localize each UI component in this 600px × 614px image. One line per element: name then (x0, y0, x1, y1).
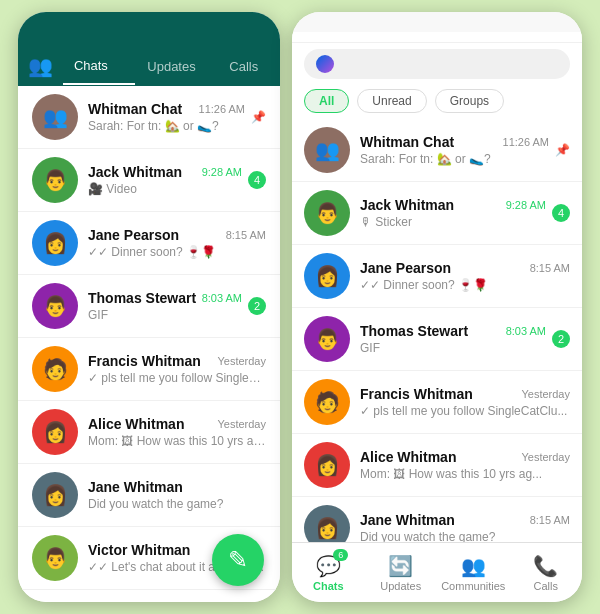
chat-item[interactable]: 🧑Francis WhitmanYesterday✓ pls tell me y… (18, 338, 280, 401)
avatar: 🧑 (32, 346, 78, 392)
right-phone: AllUnreadGroups 👥Whitman Chat11:26 AMSar… (292, 12, 582, 602)
chat-item[interactable]: 🧑Francis WhitmanYesterday✓ pls tell me y… (292, 371, 582, 434)
chat-name: Jack Whitman (88, 164, 182, 180)
chat-time: 8:15 AM (530, 514, 570, 526)
status-bar-right (292, 12, 582, 32)
tab-chats[interactable]: Chats (63, 48, 135, 85)
nav-item-calls[interactable]: 📞Calls (510, 543, 583, 602)
chat-preview: ✓ pls tell me you follow SingleCatClu... (360, 404, 570, 418)
chat-preview: GIF (88, 308, 242, 322)
chat-time: Yesterday (521, 388, 570, 400)
nav-label: Calls (534, 580, 558, 592)
unread-badge: 2 (248, 297, 266, 315)
chat-item[interactable]: 👩Jane WhitmanDid you watch the game? (18, 464, 280, 527)
chat-time: 11:26 AM (503, 136, 549, 148)
chat-name: Alice Whitman (88, 416, 184, 432)
filter-tabs: AllUnreadGroups (292, 85, 582, 119)
chat-item[interactable]: 👨Jack Whitman9:28 AM🎙 Sticker4 (292, 182, 582, 245)
chat-name: Victor Whitman (88, 542, 190, 558)
tab-calls[interactable]: Calls (208, 49, 280, 84)
chat-name: Whitman Chat (88, 101, 182, 117)
chat-preview: Mom: 🖼 How was this 10 yrs ag... (360, 467, 570, 481)
chat-preview: Did you watch the game? (360, 530, 570, 542)
pin-icon: 📌 (251, 110, 266, 124)
community-icon[interactable]: 👥 (18, 46, 63, 86)
chat-item[interactable]: 👩Alice WhitmanYesterdayMom: 🖼 How was th… (18, 401, 280, 464)
nav-item-chats[interactable]: 6💬Chats (292, 543, 365, 602)
chat-item[interactable]: 👨Jack Whitman9:28 AM🎥 Video4 (18, 149, 280, 212)
chat-name: Jane Whitman (88, 479, 183, 495)
nav-label: Updates (380, 580, 421, 592)
chat-preview: 🎥 Video (88, 182, 242, 196)
chat-item[interactable]: 👩Jane Whitman8:15 AMDid you watch the ga… (292, 497, 582, 542)
status-bar-left (18, 12, 280, 32)
nav-icon-calls: 📞 (533, 554, 558, 578)
chat-time: 11:26 AM (199, 103, 245, 115)
chat-item[interactable]: 👨Thomas Stewart8:03 AMGIF2 (292, 308, 582, 371)
nav-icon-updates: 🔄 (388, 554, 413, 578)
chat-preview: 🎙 Sticker (360, 215, 546, 229)
chat-time: 9:28 AM (202, 166, 242, 178)
chat-name: Alice Whitman (360, 449, 456, 465)
avatar: 🧑 (304, 379, 350, 425)
chat-item[interactable]: 👩Jane Pearson8:15 AM✓✓ Dinner soon? 🍷🌹 (18, 212, 280, 275)
avatar: 👩 (304, 505, 350, 542)
nav-item-communities[interactable]: 👥Communities (437, 543, 510, 602)
chat-preview: Sarah: For tn: 🏡 or 🥿? (88, 119, 245, 133)
chat-preview: Mom: 🖼 How was this 10 yrs ago?? (88, 434, 266, 448)
chat-list-right: 👥Whitman Chat11:26 AMSarah: For tn: 🏡 or… (292, 119, 582, 542)
nav-icon-communities: 👥 (461, 554, 486, 578)
chat-time: 9:28 AM (506, 199, 546, 211)
avatar: 👩 (32, 220, 78, 266)
bottom-nav: 6💬Chats🔄Updates👥Communities📞Calls (292, 542, 582, 602)
avatar: 👨 (32, 157, 78, 203)
chat-name: Jane Pearson (360, 260, 451, 276)
nav-badge: 6 (333, 549, 348, 561)
chat-preview: ✓✓ Dinner soon? 🍷🌹 (88, 245, 266, 259)
search-bar[interactable] (304, 49, 570, 79)
chat-item[interactable]: 👩Alice WhitmanYesterdayMom: 🖼 How was th… (292, 434, 582, 497)
search-input[interactable] (342, 57, 558, 72)
filter-tab-groups[interactable]: Groups (435, 89, 504, 113)
nav-label: Communities (441, 580, 505, 592)
unread-badge: 2 (552, 330, 570, 348)
nav-item-updates[interactable]: 🔄Updates (365, 543, 438, 602)
chat-name: Jack Whitman (360, 197, 454, 213)
chat-name: Francis Whitman (88, 353, 201, 369)
tabs-left: 👥 Chats Updates Calls (18, 46, 280, 86)
chat-preview: Did you watch the game? (88, 497, 266, 511)
header-left (18, 32, 280, 46)
chat-name: Whitman Chat (360, 134, 454, 150)
chat-list-left: 👥Whitman Chat11:26 AMSarah: For tn: 🏡 or… (18, 86, 280, 602)
chat-item[interactable]: 👥Whitman Chat11:26 AMSarah: For tn: 🏡 or… (18, 86, 280, 149)
filter-tab-unread[interactable]: Unread (357, 89, 426, 113)
avatar: 👥 (304, 127, 350, 173)
avatar: 👩 (32, 472, 78, 518)
avatar: 👥 (32, 94, 78, 140)
chat-item[interactable]: 👩Jane Pearson8:15 AM✓✓ Dinner soon? 🍷🌹 (292, 245, 582, 308)
chat-time: Yesterday (521, 451, 570, 463)
chat-item[interactable]: 👥Whitman Chat11:26 AMSarah: For tn: 🏡 or… (292, 119, 582, 182)
chat-name: Francis Whitman (360, 386, 473, 402)
chat-name: Jane Whitman (360, 512, 455, 528)
avatar: 👩 (304, 253, 350, 299)
avatar: 👩 (304, 442, 350, 488)
tab-updates[interactable]: Updates (135, 49, 207, 84)
pin-icon: 📌 (555, 143, 570, 157)
header-right (292, 32, 582, 43)
filter-tab-all[interactable]: All (304, 89, 349, 113)
unread-badge: 4 (552, 204, 570, 222)
chat-name: Jane Pearson (88, 227, 179, 243)
chat-name: Thomas Stewart (360, 323, 468, 339)
chat-time: 8:03 AM (506, 325, 546, 337)
avatar: 👩 (32, 409, 78, 455)
fab-left[interactable]: ✎ (212, 534, 264, 586)
chat-preview: ✓✓ Dinner soon? 🍷🌹 (360, 278, 570, 292)
avatar: 👨 (304, 316, 350, 362)
chat-preview: GIF (360, 341, 546, 355)
chat-time: 8:03 AM (202, 292, 242, 304)
chat-time: 8:15 AM (530, 262, 570, 274)
chat-name: Thomas Stewart (88, 290, 196, 306)
chat-time: 8:15 AM (226, 229, 266, 241)
chat-item[interactable]: 👨Thomas Stewart8:03 AMGIF2 (18, 275, 280, 338)
